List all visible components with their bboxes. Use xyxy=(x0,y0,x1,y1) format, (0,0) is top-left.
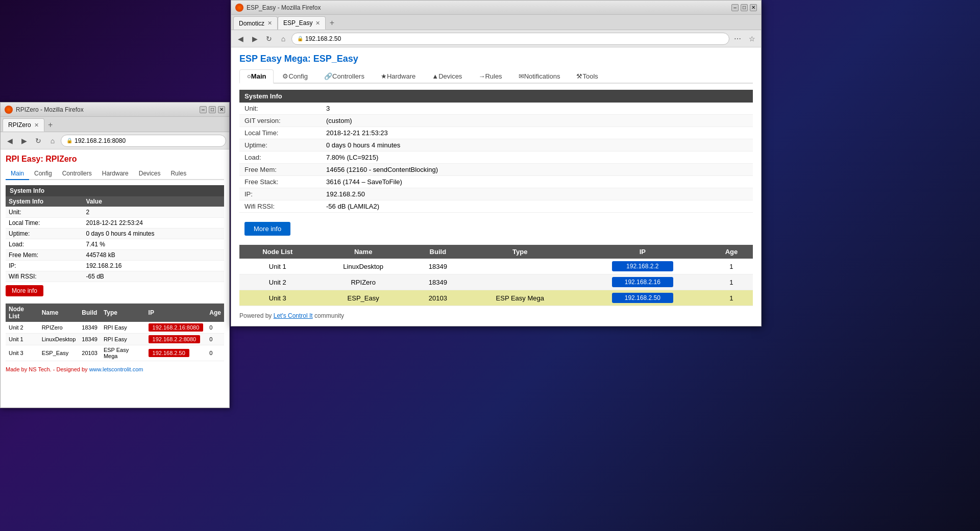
table-row: Wifi RSSI:-56 dB (LAMILA2) xyxy=(239,200,753,213)
powered-by-suffix: community xyxy=(314,312,344,319)
table-row: Unit 3 ESP_Easy 20103 ESP Easy Mega 192.… xyxy=(6,345,224,361)
table-row: Uptime:0 days 0 hours 4 minutes xyxy=(6,229,224,239)
esp-tab-notifications[interactable]: ✉Notifications xyxy=(511,69,568,83)
main-forward-btn[interactable]: ▶ xyxy=(249,33,261,45)
esp-ip-btn-3[interactable]: 192.168.2.50 xyxy=(612,293,673,303)
left-col-header-1: System Info xyxy=(6,196,83,207)
esp-node-col-4: Type xyxy=(465,245,575,259)
left-reload-btn[interactable]: ↻ xyxy=(32,135,44,147)
left-home-btn[interactable]: ⌂ xyxy=(46,135,59,147)
left-titlebar-text: RPIZero - Mozilla Firefox xyxy=(16,106,200,113)
left-tab-rules[interactable]: Rules xyxy=(165,168,191,179)
left-maximize-btn[interactable]: □ xyxy=(209,106,216,113)
left-tab-controllers[interactable]: Controllers xyxy=(57,168,97,179)
table-row: Unit 1 LinuxDesktop 18349 192.168.2.2 1 xyxy=(239,259,753,274)
main-more-info-button[interactable]: More info xyxy=(244,222,290,236)
esp-node-list-table: Node List Name Build Type IP Age Unit 1 … xyxy=(239,245,753,306)
left-system-info-header: System Info xyxy=(6,185,224,196)
main-reload-btn[interactable]: ↻ xyxy=(263,33,275,45)
left-tab-rpizero[interactable]: RPIZero ✕ xyxy=(3,118,44,132)
left-window-controls: – □ ✕ xyxy=(200,106,225,113)
table-row: Uptime:0 days 0 hours 4 minutes xyxy=(239,139,753,151)
main-url-text: 192.168.2.50 xyxy=(305,35,341,42)
left-node-col-1: Node List xyxy=(6,304,39,322)
esp-tab-tools[interactable]: ⚒Tools xyxy=(569,69,605,83)
left-tab-config[interactable]: Config xyxy=(29,168,57,179)
left-url-text: 192.168.2.16:8080 xyxy=(75,137,126,144)
ip-btn-linuxdesktop[interactable]: 192.168.2.2:8080 xyxy=(149,335,201,343)
left-nav-bar: ◀ ▶ ↻ ⌂ 🔒 192.168.2.16:8080 xyxy=(1,132,229,149)
left-node-col-6: Age xyxy=(206,304,224,322)
left-node-list-table: Node List Name Build Type IP Age Unit 2 … xyxy=(6,304,224,361)
ip-btn-espeasy[interactable]: 192.168.2.50 xyxy=(149,349,189,357)
main-close-btn[interactable]: ✕ xyxy=(750,4,757,11)
left-node-col-4: Type xyxy=(101,304,145,322)
table-row: Local Time:2018-12-21 21:53:23 xyxy=(239,127,753,139)
left-minimize-btn[interactable]: – xyxy=(200,106,207,113)
esp-tab-hardware[interactable]: ★Hardware xyxy=(373,69,423,83)
espeasy-tab-close[interactable]: ✕ xyxy=(315,20,320,27)
left-page-content: RPI Easy: RPIZero Main Config Controller… xyxy=(1,149,229,408)
left-lock-icon: 🔒 xyxy=(66,138,72,143)
firefox-icon-main xyxy=(235,4,243,12)
esp-tab-config[interactable]: ⚙Config xyxy=(275,69,315,83)
left-forward-btn[interactable]: ▶ xyxy=(18,135,30,147)
main-home-btn[interactable]: ⌂ xyxy=(277,33,289,45)
esp-node-col-2: Name xyxy=(316,245,411,259)
ip-btn-rpizero[interactable]: 192.168.2.16:8080 xyxy=(149,323,204,332)
left-footer-text: Made by NS Tech. - Designed by xyxy=(6,366,89,372)
main-bookmark-btn[interactable]: ☆ xyxy=(746,33,758,45)
left-more-info-button[interactable]: More info xyxy=(6,285,43,296)
esp-tab-rules[interactable]: →Rules xyxy=(471,69,509,83)
esp-tab-devices[interactable]: ▲Devices xyxy=(424,69,470,83)
esp-tab-main[interactable]: ○Main xyxy=(239,69,274,84)
main-tab-domoticz[interactable]: Domoticz ✕ xyxy=(233,16,278,30)
esp-ip-btn-2[interactable]: 192.168.2.16 xyxy=(612,277,673,287)
table-row: Free Mem:445748 kB xyxy=(6,250,224,261)
esp-tab-controllers[interactable]: 🔗Controllers xyxy=(316,69,372,83)
esp-node-col-6: Age xyxy=(710,245,753,259)
domoticz-tab-label: Domoticz xyxy=(239,20,264,27)
esp-node-col-3: Build xyxy=(411,245,465,259)
esp-system-info-header: System Info xyxy=(239,90,753,103)
main-back-btn[interactable]: ◀ xyxy=(234,33,247,45)
left-tab-devices[interactable]: Devices xyxy=(134,168,166,179)
esp-info-table: Unit:3 GIT version:(custom) Local Time:2… xyxy=(239,103,753,213)
left-tab-main[interactable]: Main xyxy=(6,168,29,180)
main-new-tab-btn[interactable]: + xyxy=(326,16,338,30)
left-tabs-nav: Main Config Controllers Hardware Devices… xyxy=(6,168,224,180)
table-row: Free Mem:14656 (12160 - sendContentBlock… xyxy=(239,164,753,176)
main-address-bar[interactable]: 🔒 192.168.2.50 xyxy=(291,33,729,45)
left-tab-close[interactable]: ✕ xyxy=(34,122,39,129)
main-menu-btn[interactable]: ⋯ xyxy=(731,33,744,45)
esp-powered-by: Powered by Let's Control It community xyxy=(239,312,753,319)
espeasy-tab-label: ESP_Easy xyxy=(283,19,312,27)
main-tab-bar: Domoticz ✕ ESP_Easy ✕ + xyxy=(231,15,761,30)
main-minimize-btn[interactable]: – xyxy=(731,4,739,11)
left-tab-label: RPIZero xyxy=(8,121,31,129)
table-row: Local Time:2018-12-21 22:53:24 xyxy=(6,218,224,229)
left-footer-link[interactable]: www.letscontrolit.com xyxy=(89,366,143,372)
powered-by-link[interactable]: Let's Control It xyxy=(274,312,313,319)
esp-page-title: ESP Easy Mega: ESP_Easy xyxy=(239,54,753,64)
left-new-tab-btn[interactable]: + xyxy=(44,118,57,132)
main-nav-bar: ◀ ▶ ↻ ⌂ 🔒 192.168.2.50 ⋯ ☆ xyxy=(231,30,761,47)
esp-node-col-1: Node List xyxy=(239,245,316,259)
left-close-btn[interactable]: ✕ xyxy=(218,106,225,113)
table-row: Unit 2 RPIZero 18349 192.168.2.16 1 xyxy=(239,274,753,290)
left-tab-bar: RPIZero ✕ + xyxy=(1,117,229,132)
left-address-bar[interactable]: 🔒 192.168.2.16:8080 xyxy=(61,135,226,147)
main-maximize-btn[interactable]: □ xyxy=(741,4,748,11)
table-row: Free Stack:3616 (1744 – SaveToFile) xyxy=(239,176,753,188)
table-row: Unit 1 LinuxDesktop 18349 RPI Easy 192.1… xyxy=(6,334,224,345)
left-tab-hardware[interactable]: Hardware xyxy=(97,168,134,179)
domoticz-tab-close[interactable]: ✕ xyxy=(267,20,272,27)
left-info-table: System Info Value Unit:2 Local Time:2018… xyxy=(6,196,224,282)
left-node-col-3: Build xyxy=(79,304,101,322)
esp-node-col-5: IP xyxy=(575,245,710,259)
table-row: IP:192.168.2.50 xyxy=(239,188,753,200)
left-node-col-5: IP xyxy=(145,304,207,322)
esp-ip-btn-1[interactable]: 192.168.2.2 xyxy=(612,261,673,271)
left-back-btn[interactable]: ◀ xyxy=(4,135,16,147)
main-tab-espeasy[interactable]: ESP_Easy ✕ xyxy=(278,16,326,30)
